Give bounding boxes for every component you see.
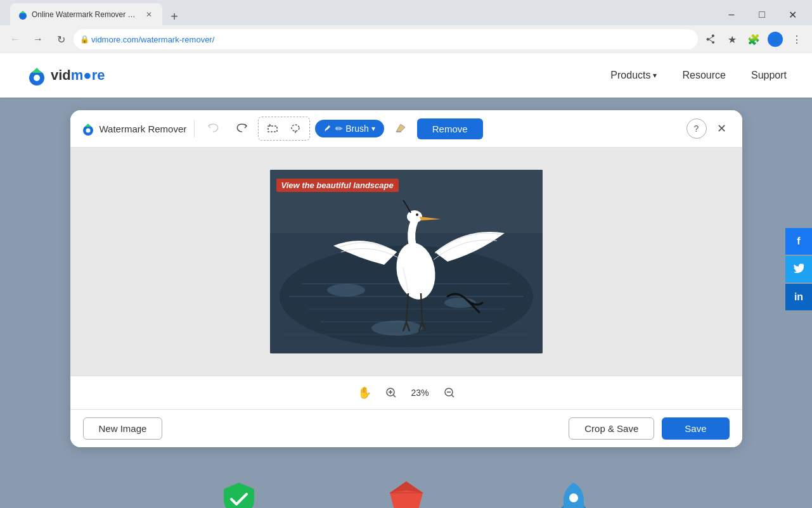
help-icon: ? — [694, 124, 699, 134]
twitter-button[interactable] — [785, 256, 812, 283]
nav-resource[interactable]: Resource — [682, 70, 725, 81]
page-background: vidm●re Products ▾ Resource Support — [0, 53, 812, 508]
browser-title-bar: Online Watermark Remover – De ✕ + – □ ✕ — [0, 0, 812, 25]
crop-save-button[interactable]: Crop & Save — [569, 417, 654, 440]
rect-select-icon — [266, 122, 279, 135]
zoom-in-button[interactable] — [382, 384, 400, 402]
save-button[interactable]: Save — [662, 417, 729, 440]
back-button[interactable]: ← — [5, 29, 25, 49]
svg-marker-6 — [85, 124, 91, 127]
canvas-area[interactable]: View the beautiful landscape — [70, 148, 742, 376]
restore-button[interactable]: □ — [747, 4, 777, 25]
eraser-button[interactable] — [389, 117, 412, 140]
active-tab[interactable]: Online Watermark Remover – De ✕ — [10, 3, 162, 26]
selection-tools — [258, 117, 310, 141]
close-window-button[interactable]: ✕ — [778, 4, 807, 25]
toolbar-divider-1 — [194, 120, 195, 137]
svg-point-7 — [86, 129, 90, 133]
lasso-select-button[interactable] — [285, 118, 306, 139]
app-panel: Watermark Remover — [70, 110, 742, 447]
window-controls: – □ ✕ — [717, 4, 807, 25]
address-bar-row: ← → ↻ 🔒 ★ 🧩 👤 ⋮ — [0, 25, 812, 53]
main-content: Watermark Remover — [0, 98, 812, 460]
diamond-icon — [386, 479, 427, 508]
nav-support[interactable]: Support — [751, 70, 787, 81]
help-button[interactable]: ? — [686, 118, 707, 139]
undo-icon — [208, 123, 219, 134]
svg-line-27 — [393, 395, 396, 398]
rect-select-button[interactable] — [262, 118, 283, 139]
svg-point-4 — [34, 75, 40, 81]
twitter-icon — [793, 262, 804, 276]
profile-avatar: 👤 — [768, 32, 783, 47]
nav-products-label: Products — [610, 70, 650, 81]
nav-products-arrow: ▾ — [653, 71, 657, 80]
brush-label: ✏ Brush — [335, 124, 368, 134]
svg-point-34 — [569, 493, 578, 502]
svg-marker-3 — [32, 68, 42, 73]
svg-marker-1 — [20, 11, 25, 13]
image-container: View the beautiful landscape — [270, 170, 543, 353]
bookmark-button[interactable]: ★ — [722, 29, 742, 49]
hand-tool-button[interactable]: ✋ — [354, 383, 375, 403]
watermark-text: View the beautiful landscape — [276, 179, 399, 192]
nav-products[interactable]: Products ▾ — [610, 70, 657, 81]
rocket-icon — [553, 479, 594, 508]
zoom-percent: 23% — [408, 388, 433, 398]
tab-title: Online Watermark Remover – De — [32, 10, 139, 19]
forward-button[interactable]: → — [28, 29, 48, 49]
address-bar-container: 🔒 — [74, 29, 698, 49]
tab-favicon — [18, 10, 28, 20]
bird-image[interactable]: View the beautiful landscape — [270, 170, 543, 353]
crop-save-label: Crop & Save — [584, 423, 638, 434]
panel-title: Watermark Remover — [100, 124, 187, 134]
svg-point-19 — [371, 321, 422, 336]
panel-footer: New Image Crop & Save Save — [70, 409, 742, 447]
zoom-controls: ✋ 23% — [354, 383, 458, 403]
svg-point-18 — [444, 298, 476, 308]
remove-button[interactable]: Remove — [417, 118, 483, 139]
hand-icon: ✋ — [358, 386, 371, 400]
linkedin-button[interactable]: in — [785, 284, 812, 310]
profile-button[interactable]: 👤 — [765, 29, 785, 49]
shield-icon-container — [219, 479, 259, 508]
remove-label: Remove — [432, 124, 468, 134]
logo-icon — [25, 64, 48, 87]
undo-button[interactable] — [202, 117, 225, 140]
new-image-label: New Image — [99, 423, 147, 434]
redo-icon — [236, 123, 247, 134]
minimize-button[interactable]: – — [717, 4, 746, 25]
brush-dropdown-arrow: ▾ — [371, 124, 375, 133]
svg-rect-8 — [268, 126, 277, 132]
menu-button[interactable]: ⋮ — [787, 29, 807, 49]
zoom-in-icon — [385, 386, 397, 399]
facebook-icon: f — [797, 236, 800, 247]
close-panel-button[interactable]: ✕ — [712, 118, 732, 139]
close-icon: ✕ — [717, 122, 726, 136]
new-image-button[interactable]: New Image — [83, 417, 163, 440]
svg-line-30 — [451, 395, 454, 398]
tab-close-button[interactable]: ✕ — [143, 9, 155, 20]
zoom-out-button[interactable] — [441, 384, 458, 402]
new-tab-button[interactable]: + — [165, 7, 184, 26]
redo-button[interactable] — [230, 117, 253, 140]
extensions-button[interactable]: 🧩 — [744, 29, 764, 49]
nav-items: Products ▾ Resource Support — [610, 70, 787, 81]
linkedin-icon: in — [794, 291, 803, 303]
facebook-button[interactable]: f — [785, 228, 812, 255]
panel-logo-icon — [81, 121, 96, 136]
bottom-toolbar: ✋ 23% — [70, 376, 742, 409]
panel-logo: Watermark Remover — [81, 121, 187, 136]
brush-button[interactable]: ✏ Brush ▾ — [315, 120, 383, 137]
svg-point-22 — [407, 210, 422, 223]
site-navigation: vidm●re Products ▾ Resource Support — [0, 53, 812, 98]
share-button[interactable] — [700, 29, 721, 49]
lock-icon: 🔒 — [80, 35, 89, 44]
browser-chrome: Online Watermark Remover – De ✕ + – □ ✕ … — [0, 0, 812, 53]
svg-point-9 — [292, 125, 299, 131]
address-input[interactable] — [74, 29, 698, 49]
eraser-icon — [394, 122, 408, 136]
refresh-button[interactable]: ↻ — [51, 29, 71, 49]
site-logo[interactable]: vidm●re — [25, 64, 105, 87]
zoom-out-icon — [443, 386, 456, 399]
